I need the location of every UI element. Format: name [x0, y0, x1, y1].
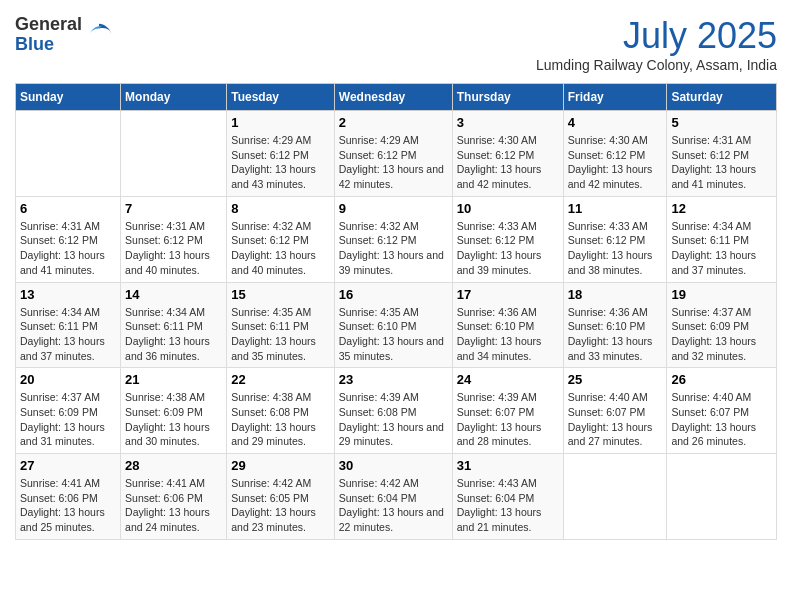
cell-w4-d2: 29Sunrise: 4:42 AMSunset: 6:05 PMDayligh…: [227, 454, 335, 540]
day-number: 17: [457, 287, 559, 302]
cell-w4-d5: [563, 454, 667, 540]
logo-icon: [85, 21, 113, 49]
cell-w0-d5: 4Sunrise: 4:30 AMSunset: 6:12 PMDaylight…: [563, 111, 667, 197]
week-row-2: 13Sunrise: 4:34 AMSunset: 6:11 PMDayligh…: [16, 282, 777, 368]
day-info: Sunrise: 4:36 AMSunset: 6:10 PMDaylight:…: [457, 305, 559, 364]
day-number: 26: [671, 372, 772, 387]
cell-w1-d5: 11Sunrise: 4:33 AMSunset: 6:12 PMDayligh…: [563, 196, 667, 282]
day-info: Sunrise: 4:29 AMSunset: 6:12 PMDaylight:…: [231, 133, 330, 192]
calendar-header: Sunday Monday Tuesday Wednesday Thursday…: [16, 84, 777, 111]
day-number: 2: [339, 115, 448, 130]
day-info: Sunrise: 4:33 AMSunset: 6:12 PMDaylight:…: [568, 219, 663, 278]
header-wednesday: Wednesday: [334, 84, 452, 111]
cell-w3-d5: 25Sunrise: 4:40 AMSunset: 6:07 PMDayligh…: [563, 368, 667, 454]
cell-w3-d4: 24Sunrise: 4:39 AMSunset: 6:07 PMDayligh…: [452, 368, 563, 454]
day-info: Sunrise: 4:30 AMSunset: 6:12 PMDaylight:…: [568, 133, 663, 192]
week-row-1: 6Sunrise: 4:31 AMSunset: 6:12 PMDaylight…: [16, 196, 777, 282]
day-info: Sunrise: 4:31 AMSunset: 6:12 PMDaylight:…: [125, 219, 222, 278]
day-number: 15: [231, 287, 330, 302]
day-info: Sunrise: 4:40 AMSunset: 6:07 PMDaylight:…: [568, 390, 663, 449]
day-info: Sunrise: 4:37 AMSunset: 6:09 PMDaylight:…: [671, 305, 772, 364]
logo: General Blue: [15, 15, 113, 55]
cell-w0-d2: 1Sunrise: 4:29 AMSunset: 6:12 PMDaylight…: [227, 111, 335, 197]
day-info: Sunrise: 4:30 AMSunset: 6:12 PMDaylight:…: [457, 133, 559, 192]
day-number: 22: [231, 372, 330, 387]
day-number: 5: [671, 115, 772, 130]
title-block: July 2025 Lumding Railway Colony, Assam,…: [536, 15, 777, 73]
cell-w1-d0: 6Sunrise: 4:31 AMSunset: 6:12 PMDaylight…: [16, 196, 121, 282]
day-number: 4: [568, 115, 663, 130]
header-tuesday: Tuesday: [227, 84, 335, 111]
cell-w3-d3: 23Sunrise: 4:39 AMSunset: 6:08 PMDayligh…: [334, 368, 452, 454]
cell-w1-d2: 8Sunrise: 4:32 AMSunset: 6:12 PMDaylight…: [227, 196, 335, 282]
header-sunday: Sunday: [16, 84, 121, 111]
day-info: Sunrise: 4:43 AMSunset: 6:04 PMDaylight:…: [457, 476, 559, 535]
cell-w4-d0: 27Sunrise: 4:41 AMSunset: 6:06 PMDayligh…: [16, 454, 121, 540]
calendar-table: Sunday Monday Tuesday Wednesday Thursday…: [15, 83, 777, 540]
day-number: 6: [20, 201, 116, 216]
day-number: 9: [339, 201, 448, 216]
day-info: Sunrise: 4:42 AMSunset: 6:05 PMDaylight:…: [231, 476, 330, 535]
day-info: Sunrise: 4:32 AMSunset: 6:12 PMDaylight:…: [231, 219, 330, 278]
day-info: Sunrise: 4:34 AMSunset: 6:11 PMDaylight:…: [20, 305, 116, 364]
cell-w1-d3: 9Sunrise: 4:32 AMSunset: 6:12 PMDaylight…: [334, 196, 452, 282]
day-info: Sunrise: 4:38 AMSunset: 6:09 PMDaylight:…: [125, 390, 222, 449]
day-number: 1: [231, 115, 330, 130]
day-number: 28: [125, 458, 222, 473]
day-number: 13: [20, 287, 116, 302]
day-number: 3: [457, 115, 559, 130]
cell-w1-d4: 10Sunrise: 4:33 AMSunset: 6:12 PMDayligh…: [452, 196, 563, 282]
day-number: 30: [339, 458, 448, 473]
cell-w0-d6: 5Sunrise: 4:31 AMSunset: 6:12 PMDaylight…: [667, 111, 777, 197]
day-number: 21: [125, 372, 222, 387]
cell-w4-d4: 31Sunrise: 4:43 AMSunset: 6:04 PMDayligh…: [452, 454, 563, 540]
day-info: Sunrise: 4:31 AMSunset: 6:12 PMDaylight:…: [20, 219, 116, 278]
day-number: 19: [671, 287, 772, 302]
day-number: 7: [125, 201, 222, 216]
cell-w0-d0: [16, 111, 121, 197]
day-info: Sunrise: 4:31 AMSunset: 6:12 PMDaylight:…: [671, 133, 772, 192]
day-number: 25: [568, 372, 663, 387]
header: General Blue July 2025 Lumding Railway C…: [15, 15, 777, 73]
cell-w3-d1: 21Sunrise: 4:38 AMSunset: 6:09 PMDayligh…: [121, 368, 227, 454]
cell-w2-d2: 15Sunrise: 4:35 AMSunset: 6:11 PMDayligh…: [227, 282, 335, 368]
day-info: Sunrise: 4:36 AMSunset: 6:10 PMDaylight:…: [568, 305, 663, 364]
day-number: 10: [457, 201, 559, 216]
day-number: 23: [339, 372, 448, 387]
day-info: Sunrise: 4:40 AMSunset: 6:07 PMDaylight:…: [671, 390, 772, 449]
day-number: 18: [568, 287, 663, 302]
month-title: July 2025: [536, 15, 777, 57]
week-row-3: 20Sunrise: 4:37 AMSunset: 6:09 PMDayligh…: [16, 368, 777, 454]
day-info: Sunrise: 4:39 AMSunset: 6:07 PMDaylight:…: [457, 390, 559, 449]
day-info: Sunrise: 4:33 AMSunset: 6:12 PMDaylight:…: [457, 219, 559, 278]
day-info: Sunrise: 4:39 AMSunset: 6:08 PMDaylight:…: [339, 390, 448, 449]
day-info: Sunrise: 4:37 AMSunset: 6:09 PMDaylight:…: [20, 390, 116, 449]
cell-w0-d1: [121, 111, 227, 197]
cell-w2-d0: 13Sunrise: 4:34 AMSunset: 6:11 PMDayligh…: [16, 282, 121, 368]
logo-general: General Blue: [15, 15, 82, 55]
page: General Blue July 2025 Lumding Railway C…: [0, 0, 792, 555]
day-number: 20: [20, 372, 116, 387]
week-row-4: 27Sunrise: 4:41 AMSunset: 6:06 PMDayligh…: [16, 454, 777, 540]
week-row-0: 1Sunrise: 4:29 AMSunset: 6:12 PMDaylight…: [16, 111, 777, 197]
cell-w2-d4: 17Sunrise: 4:36 AMSunset: 6:10 PMDayligh…: [452, 282, 563, 368]
cell-w1-d1: 7Sunrise: 4:31 AMSunset: 6:12 PMDaylight…: [121, 196, 227, 282]
day-number: 29: [231, 458, 330, 473]
day-info: Sunrise: 4:38 AMSunset: 6:08 PMDaylight:…: [231, 390, 330, 449]
cell-w2-d3: 16Sunrise: 4:35 AMSunset: 6:10 PMDayligh…: [334, 282, 452, 368]
day-number: 12: [671, 201, 772, 216]
day-number: 24: [457, 372, 559, 387]
cell-w0-d4: 3Sunrise: 4:30 AMSunset: 6:12 PMDaylight…: [452, 111, 563, 197]
cell-w2-d1: 14Sunrise: 4:34 AMSunset: 6:11 PMDayligh…: [121, 282, 227, 368]
cell-w3-d2: 22Sunrise: 4:38 AMSunset: 6:08 PMDayligh…: [227, 368, 335, 454]
cell-w4-d6: [667, 454, 777, 540]
day-number: 11: [568, 201, 663, 216]
day-info: Sunrise: 4:35 AMSunset: 6:11 PMDaylight:…: [231, 305, 330, 364]
day-info: Sunrise: 4:35 AMSunset: 6:10 PMDaylight:…: [339, 305, 448, 364]
day-number: 14: [125, 287, 222, 302]
cell-w4-d1: 28Sunrise: 4:41 AMSunset: 6:06 PMDayligh…: [121, 454, 227, 540]
header-thursday: Thursday: [452, 84, 563, 111]
header-saturday: Saturday: [667, 84, 777, 111]
day-number: 8: [231, 201, 330, 216]
cell-w1-d6: 12Sunrise: 4:34 AMSunset: 6:11 PMDayligh…: [667, 196, 777, 282]
